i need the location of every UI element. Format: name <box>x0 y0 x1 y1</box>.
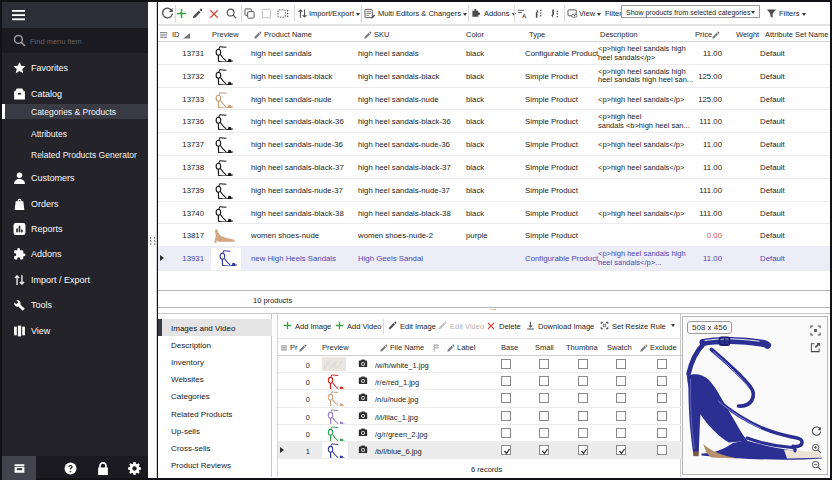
svg-text:A: A <box>522 13 527 19</box>
